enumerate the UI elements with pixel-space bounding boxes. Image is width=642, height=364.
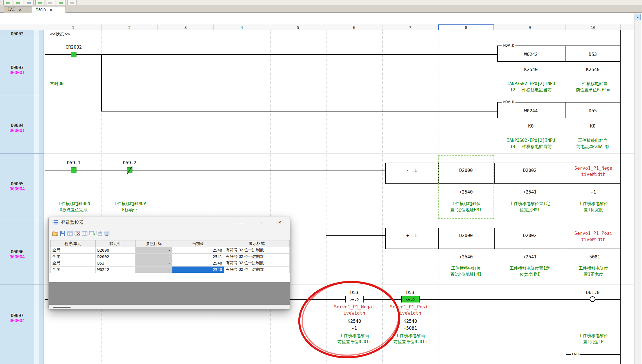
rung-separator [44,95,634,95]
cell-scope[interactable]: 全局 [51,260,96,267]
cell-scope[interactable]: 全局 [51,247,96,254]
operand-comment: 工件横移电缸位置1定 位宽度HMI [510,265,550,277]
save-table-icon[interactable] [67,230,73,236]
app-toolbar [0,0,642,6]
ruler-cell-8-selected[interactable]: 8 [438,24,494,30]
tabbar-grip [1,7,2,11]
block-operand[interactable]: W0242 [524,52,538,57]
cell-scope[interactable]: 全局 [51,254,96,260]
kv-studio-ladder-editor: IAI ✕ Main ✕ 1 2 3 4 5 6 7 8 9 10 <<状态>> [0,0,642,364]
ruler-cell-7[interactable]: 7 [382,24,438,30]
grid-vline [566,30,566,364]
cell-ref[interactable]: - [136,267,172,273]
tab-label: IAI [8,7,15,12]
operand-comment: IANP3S02-EP0[2]INPU T4 工件横移电缸当前 [507,137,555,150]
vertical-scrollbar[interactable] [634,13,641,364]
ruler-cell-3[interactable]: 3 [158,24,214,30]
cell-ref[interactable]: - [136,260,172,267]
ruler-cell-2[interactable]: 2 [102,24,158,30]
block-operand[interactable]: D55 [589,108,597,113]
block-operand[interactable]: D2002 [523,233,537,238]
cell-device[interactable]: D53 [96,260,136,267]
tab-main[interactable]: Main ✕ [32,6,66,13]
ladder-tool-button[interactable] [25,0,34,5]
delete-row-icon[interactable] [74,230,81,236]
window-titlebar[interactable]: 登录监控器 — □ ✕ [49,217,290,228]
cell-scope[interactable]: 全局 [51,267,96,273]
compare-device-label: D53 [350,290,359,295]
block-divider [438,228,439,249]
mov-block-2[interactable] [497,102,621,118]
cell-format[interactable]: 有符号 32 位十进制数 [224,247,290,254]
block-divider [565,103,566,118]
scroll-up-button[interactable]: ▲ [635,14,641,20]
close-button[interactable]: ✕ [273,217,287,228]
ruler-cell-1[interactable]: 1 [45,24,102,30]
grid-icon[interactable] [81,230,88,236]
ladder-tool-button[interactable] [35,0,44,5]
ladder-tool-button[interactable] [57,0,66,5]
maximize-button[interactable]: □ [253,217,267,228]
mov-block-1[interactable] [497,46,621,62]
cell-value[interactable]: 2541 [172,254,224,260]
watch-row[interactable]: 全局 D2002 - 2541 有符号 32 位十进制数 [51,254,290,260]
ladder-tool-button[interactable] [3,0,12,5]
copy-table-icon[interactable] [96,230,103,236]
cell-format[interactable]: 有符号 32 位十进制数 [224,260,290,267]
watch-row[interactable]: 全局 W0242 - 2540 有符号 32 位十进制数 [51,267,290,273]
rung-wire [326,235,385,236]
watch-row[interactable]: 全局 D2000 - 2540 有符号 32 位十进制数 [51,247,290,254]
ladder-tool-button[interactable] [67,0,76,5]
cell-ref[interactable]: - [136,247,172,254]
ruler-cell-9[interactable]: 9 [494,24,566,30]
contact-label: D59.2 [123,160,136,165]
monitor-grid-icon[interactable] [103,230,110,236]
cell-format[interactable]: 有符号 32 位十进制数 [224,254,290,260]
tab-close-icon[interactable]: ✕ [19,8,21,12]
horizontal-scrollbar-thumb[interactable] [53,307,71,308]
block-operand[interactable]: W0244 [524,108,538,113]
save-icon[interactable] [59,230,66,236]
block-operand[interactable]: D2000 [459,233,473,238]
tab-iai[interactable]: IAI ✕ [4,6,32,13]
tab-close-icon[interactable]: ✕ [50,8,52,12]
grid-add-icon[interactable] [89,230,95,236]
cell-format[interactable]: 有符号 32 位十进制数 [224,267,290,273]
coil-comment: 工件横移电缸位 置1到达LP [579,333,608,345]
coil-label: D61.0 [586,290,600,295]
block-operand-symbol[interactable]: Servo1_P1_Nega tiveWidth [575,165,612,178]
block-divider [565,46,566,61]
compare-value: K2540 [348,319,361,324]
ruler-cell-4[interactable]: 4 [214,24,270,30]
cell-value-selected[interactable]: 2540 [172,267,224,273]
cell-ref[interactable]: - [136,254,172,260]
coil-d61-0[interactable] [590,296,595,302]
grid-vline [382,30,383,364]
ladder-tool-button[interactable] [14,0,23,5]
ruler-cell-10[interactable]: 10 [566,24,621,30]
section-comment[interactable]: <<状态>> [50,31,70,37]
ruler-cell-5[interactable]: 5 [270,24,326,30]
cell-device[interactable]: D2000 [96,247,136,254]
contact-cr2002[interactable] [71,52,76,57]
grid-vline [270,30,271,364]
compare-contact-1[interactable]: >=.D [345,296,364,302]
operand-value: K0 [590,123,595,129]
minimize-button[interactable]: — [234,217,248,228]
cell-value[interactable]: 2540 [172,260,224,267]
block-operand-symbol[interactable]: Servo1_P1_Posi tiveWidth [575,230,612,243]
step-number: 000004 [10,318,25,323]
cell-device[interactable]: W0242 [96,267,136,273]
ruler-cell-6[interactable]: 6 [326,24,382,30]
cell-value[interactable]: 2540 [172,247,224,254]
cell-device[interactable]: D2002 [96,254,136,260]
block-operand[interactable]: D2002 [523,168,537,173]
rung-separator [44,153,634,154]
watch-toolbar [49,228,290,240]
ladder-tool-button[interactable] [46,0,55,5]
compare-contact-2[interactable]: <=.D [401,296,420,302]
watch-row[interactable]: 全局 D53 - 2540 有符号 32 位十进制数 [51,260,290,267]
block-operand[interactable]: D53 [589,52,597,57]
open-file-icon[interactable] [52,230,59,236]
contact-d59-1[interactable] [71,167,76,173]
